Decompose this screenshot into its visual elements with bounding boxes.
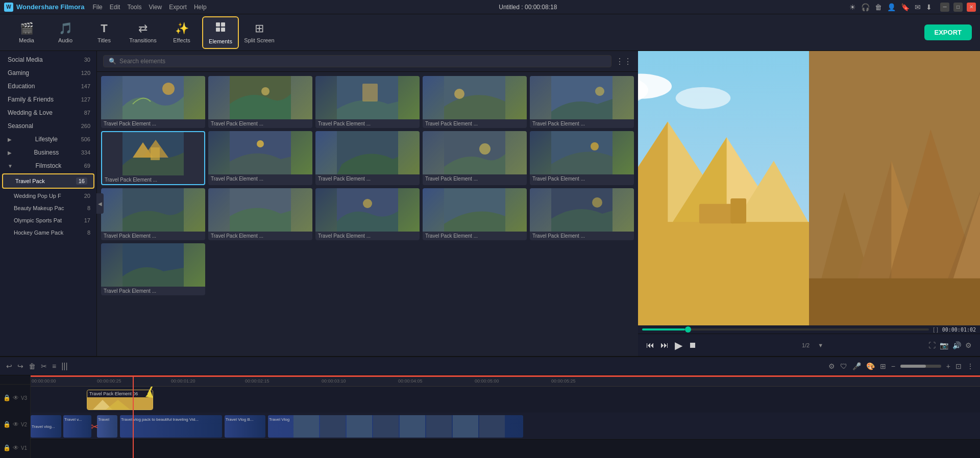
menu-tools[interactable]: Tools (127, 4, 141, 11)
zoom-out-icon[interactable]: − (891, 362, 895, 370)
progress-track[interactable] (642, 328, 929, 330)
delete-button[interactable]: 🗑 (29, 362, 36, 370)
clip-travel-vlog-main[interactable]: Travel Vlog (268, 415, 523, 438)
audio-waveform-button[interactable]: ||| (61, 362, 67, 371)
headphone-icon[interactable]: 🎧 (861, 3, 870, 11)
sidebar-item-olympic-sports[interactable]: Olympic Sports Pat 17 (0, 214, 96, 226)
sidebar-item-gaming[interactable]: Gaming 120 (0, 66, 96, 80)
element-label-9: Travel Pack Element ... (423, 174, 527, 183)
fit-icon[interactable]: ⊡ (955, 362, 962, 370)
bookmark-icon[interactable]: 🔖 (901, 3, 910, 11)
sidebar-item-lifestyle[interactable]: ▶ Lifestyle 506 (0, 133, 96, 146)
lock-icon-v1[interactable]: 🔒 (3, 444, 11, 451)
sidebar-item-family-friends[interactable]: Family & Friends 127 (0, 93, 96, 106)
element-card-1[interactable]: Travel Pack Element ... (101, 76, 205, 128)
minimize-button[interactable]: ─ (940, 3, 949, 12)
clip-travel-vlog-2[interactable]: Travel v... (63, 415, 91, 438)
eye-icon-v2[interactable]: 👁 (13, 421, 19, 428)
fullscreen-icon[interactable]: ⛶ (928, 341, 936, 349)
shield-icon[interactable]: 🛡 (840, 362, 847, 370)
element-card-6[interactable]: Travel Pack Element ... (101, 131, 205, 185)
element-card-7[interactable]: Travel Pack Element ... (208, 131, 312, 185)
eye-icon-v3[interactable]: 👁 (13, 394, 19, 401)
mic-icon[interactable]: 🎤 (852, 362, 861, 370)
sidebar-item-wedding-popup[interactable]: Wedding Pop Up F 20 (0, 190, 96, 202)
sun-icon[interactable]: ☀ (849, 3, 856, 11)
playhead[interactable] (133, 375, 134, 458)
lock-icon-v3[interactable]: 🔒 (3, 394, 11, 401)
maximize-button[interactable]: □ (953, 3, 963, 12)
menu-file[interactable]: File (92, 4, 102, 11)
sidebar-item-hockey-game[interactable]: Hockey Game Pack 8 (0, 226, 96, 239)
tool-titles[interactable]: T Titles (86, 16, 122, 49)
sidebar-item-seasonal[interactable]: Seasonal 260 (0, 119, 96, 133)
element-card-12[interactable]: Travel Pack Element ... (208, 188, 312, 240)
lock-icon-v2[interactable]: 🔒 (3, 421, 11, 428)
volume-icon[interactable]: 🔊 (952, 341, 961, 349)
clip-travel-pack-element[interactable]: Travel Pack Element 06 (87, 390, 153, 410)
clip-travel-3[interactable]: Travel (97, 415, 117, 438)
ripple-button[interactable]: ≡ (52, 362, 56, 370)
export-button[interactable]: EXPORT (924, 24, 972, 40)
element-card-3[interactable]: Travel Pack Element ... (315, 76, 420, 128)
tool-effects[interactable]: ✨ Effects (163, 16, 200, 49)
stop-button[interactable]: ⏹ (689, 341, 697, 350)
close-button[interactable]: ✕ (967, 3, 976, 12)
menu-edit[interactable]: Edit (110, 4, 120, 11)
sidebar-item-filmstock[interactable]: ▼ Filmstock 69 (0, 159, 96, 172)
sidebar-item-social-media[interactable]: Social Media 30 (0, 53, 96, 66)
settings-icon[interactable]: ⚙ (965, 341, 972, 349)
preview-progress-bar[interactable]: [ ] 00:00:01:02 (638, 325, 980, 334)
redo-button[interactable]: ↪ (17, 362, 23, 370)
more-icon[interactable]: ⋮ (967, 362, 974, 370)
clip-travel-vlog-long[interactable]: Travel vlog pack to beautiful traveling … (120, 415, 222, 438)
element-card-16[interactable]: Travel Pack Element ... (101, 243, 205, 295)
element-card-4[interactable]: Travel Pack Element ... (423, 76, 527, 128)
tool-audio[interactable]: 🎵 Audio (47, 16, 84, 49)
undo-button[interactable]: ↩ (6, 362, 12, 370)
grid-view-button[interactable]: ⋮⋮ (616, 57, 632, 66)
sidebar-item-beauty-makeup[interactable]: Beauty Makeup Pac 8 (0, 202, 96, 214)
element-card-10[interactable]: Travel Pack Element ... (530, 131, 634, 185)
frame-back-button[interactable]: ⏭ (660, 341, 669, 350)
element-card-15[interactable]: Travel Pack Element ... (530, 188, 634, 240)
clip-travel-vlog-b[interactable]: Travel Vlog B... (225, 415, 265, 438)
mail-icon[interactable]: ✉ (915, 3, 921, 11)
progress-handle[interactable] (685, 326, 691, 333)
sidebar-item-business[interactable]: ▶ Business 334 (0, 146, 96, 159)
person-icon[interactable]: 👤 (887, 3, 896, 11)
timeline-settings-icon[interactable]: ⚙ (828, 362, 835, 370)
search-input[interactable] (119, 58, 606, 65)
element-card-14[interactable]: Travel Pack Element ... (423, 188, 527, 240)
element-card-9[interactable]: Travel Pack Element ... (423, 131, 527, 185)
sidebar-item-travel-pack[interactable]: Travel Pack 16 (2, 173, 94, 189)
color-correction-icon[interactable]: 🎨 (866, 362, 875, 370)
split-view-icon[interactable]: ⊞ (880, 362, 886, 370)
fraction-dropdown[interactable]: ▼ (818, 342, 823, 348)
zoom-slider[interactable] (900, 365, 941, 368)
tool-splitscreen[interactable]: ⊞ Split Screen (241, 16, 278, 49)
tool-elements[interactable]: Elements (202, 16, 239, 49)
element-card-2[interactable]: Travel Pack Element ... (208, 76, 312, 128)
download-icon[interactable]: ⬇ (926, 3, 932, 11)
element-card-5[interactable]: Travel Pack Element ... (530, 76, 634, 128)
trash-icon[interactable]: 🗑 (875, 3, 882, 11)
zoom-in-icon[interactable]: + (946, 362, 950, 370)
cut-button[interactable]: ✂ (41, 362, 47, 370)
menu-view[interactable]: View (149, 4, 162, 11)
play-button[interactable]: ▶ (675, 339, 682, 351)
menu-export[interactable]: Export (169, 4, 187, 11)
eye-icon-v1[interactable]: 👁 (13, 444, 19, 451)
sidebar-collapse-button[interactable]: ◀ (96, 193, 104, 214)
sidebar-item-wedding-love[interactable]: Wedding & Love 87 (0, 106, 96, 119)
snapshot-icon[interactable]: 📷 (940, 341, 948, 349)
clip-travel-vlog-1[interactable]: Travel vlog... (31, 415, 61, 438)
element-card-13[interactable]: Travel Pack Element ... (315, 188, 420, 240)
tool-media[interactable]: 🎬 Media (8, 16, 45, 49)
step-back-button[interactable]: ⏮ (646, 341, 654, 350)
element-card-8[interactable]: Travel Pack Element ... (315, 131, 420, 185)
menu-help[interactable]: Help (194, 4, 207, 11)
sidebar-item-education[interactable]: Education 147 (0, 80, 96, 93)
element-card-11[interactable]: Travel Pack Element ... (101, 188, 205, 240)
tool-transitions[interactable]: ⇄ Transitions (125, 16, 161, 49)
